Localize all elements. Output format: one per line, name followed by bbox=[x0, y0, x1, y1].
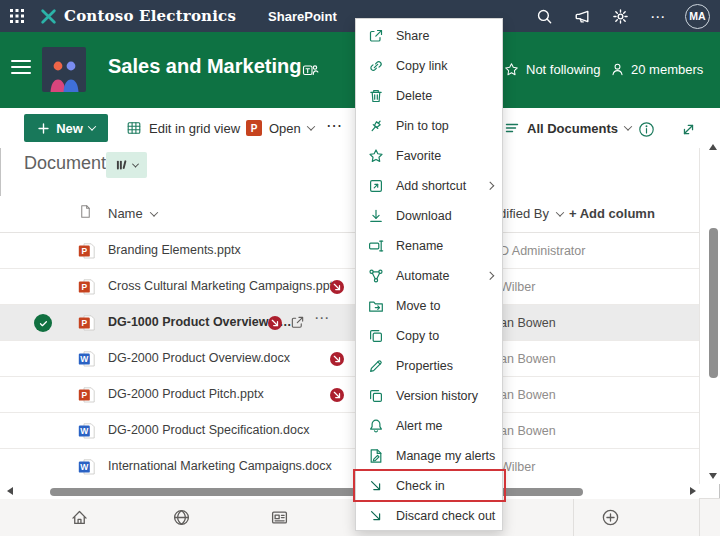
modified-by-cell: Wilber bbox=[500, 460, 535, 474]
expand-icon[interactable] bbox=[680, 116, 697, 142]
menu-item-check-in[interactable]: Check in bbox=[356, 471, 502, 501]
add-column-button[interactable]: + Add column bbox=[569, 206, 655, 221]
selected-check-icon[interactable] bbox=[34, 314, 52, 332]
table-row[interactable]: WDG-2000 Product Specification.docxan Bo… bbox=[0, 413, 699, 449]
rename-icon bbox=[368, 238, 384, 254]
modified-by-cell: Wilber bbox=[500, 280, 535, 294]
hamburger-menu-icon[interactable] bbox=[10, 58, 34, 76]
search-icon[interactable] bbox=[525, 8, 563, 25]
share-icon[interactable] bbox=[290, 315, 305, 330]
product-name[interactable]: SharePoint bbox=[268, 9, 337, 24]
add-tab-icon[interactable] bbox=[601, 508, 620, 527]
menu-item-share[interactable]: Share bbox=[356, 21, 502, 51]
members-button[interactable]: 20 members bbox=[610, 62, 703, 77]
menu-item-favorite[interactable]: Favorite bbox=[356, 141, 502, 171]
site-logo[interactable] bbox=[42, 47, 86, 92]
file-name[interactable]: International Marketing Campaigns.docx bbox=[108, 459, 332, 473]
scroll-down-icon[interactable] bbox=[709, 473, 717, 479]
menu-item-pin-to-top[interactable]: Pin to top bbox=[356, 111, 502, 141]
modified-by-cell: an Bowen bbox=[500, 388, 556, 402]
file-name[interactable]: DG-2000 Product Overview.docx bbox=[108, 351, 290, 365]
file-name[interactable]: DG-2000 Product Specification.docx bbox=[108, 423, 310, 437]
books-icon bbox=[115, 158, 129, 172]
menu-item-label: Manage my alerts bbox=[396, 449, 495, 463]
menu-item-delete[interactable]: Delete bbox=[356, 81, 502, 111]
menu-item-automate[interactable]: Automate bbox=[356, 261, 502, 291]
edit-grid-view-button[interactable]: Edit in grid view bbox=[126, 115, 240, 141]
view-selector[interactable]: All Documents bbox=[504, 115, 631, 141]
scroll-left-icon[interactable] bbox=[7, 487, 13, 495]
toolbar-more-icon[interactable]: ⋯ bbox=[326, 112, 343, 138]
table-row[interactable]: PDG-2000 Product Pitch.pptxan Bowen bbox=[0, 377, 699, 413]
menu-item-label: Alert me bbox=[396, 419, 443, 433]
scroll-up-icon[interactable] bbox=[709, 144, 717, 150]
chevron-right-icon bbox=[485, 272, 493, 280]
site-title[interactable]: Sales and Marketing bbox=[108, 55, 301, 78]
bell-icon bbox=[368, 418, 384, 434]
scroll-right-icon[interactable] bbox=[690, 487, 696, 495]
suite-bar-actions: ⋯ MA bbox=[525, 4, 720, 29]
menu-item-properties[interactable]: Properties bbox=[356, 351, 502, 381]
menu-item-copy-to[interactable]: Copy to bbox=[356, 321, 502, 351]
open-button[interactable]: P Open bbox=[246, 115, 314, 141]
footer-divider bbox=[699, 499, 700, 536]
follow-button[interactable]: Not following bbox=[504, 62, 600, 77]
table-row[interactable]: PBranding Elements.pptxD Administrator bbox=[0, 233, 699, 269]
modified-by-cell: D Administrator bbox=[500, 244, 585, 258]
pptx-file-icon: P bbox=[78, 242, 96, 260]
settings-gear-icon[interactable] bbox=[601, 8, 639, 25]
vertical-scroll-thumb[interactable] bbox=[709, 228, 718, 378]
menu-item-label: Properties bbox=[396, 359, 453, 373]
chevron-down-icon bbox=[624, 122, 632, 130]
table-row[interactable]: WInternational Marketing Campaigns.docxW… bbox=[0, 449, 699, 485]
svg-text:P: P bbox=[81, 282, 87, 292]
news-icon[interactable] bbox=[270, 508, 289, 527]
new-button[interactable]: New bbox=[24, 114, 108, 142]
file-name[interactable]: DG-1000 Product Overview.p… bbox=[108, 315, 292, 329]
menu-item-download[interactable]: Download bbox=[356, 201, 502, 231]
column-header-name[interactable]: Name bbox=[108, 206, 157, 221]
more-icon[interactable]: ⋯ bbox=[314, 309, 330, 327]
context-menu: ShareCopy linkDeletePin to topFavoriteAd… bbox=[355, 18, 503, 531]
file-name[interactable]: DG-2000 Product Pitch.pptx bbox=[108, 387, 264, 401]
link-icon bbox=[368, 58, 384, 74]
history-icon bbox=[368, 388, 384, 404]
vertical-scrollbar[interactable] bbox=[700, 140, 720, 484]
menu-item-move-to[interactable]: Move to bbox=[356, 291, 502, 321]
horizontal-scroll-thumb[interactable] bbox=[50, 488, 583, 496]
menu-item-manage-my-alerts[interactable]: Manage my alerts bbox=[356, 441, 502, 471]
checked-out-icon bbox=[268, 316, 282, 330]
app-launcher-waffle-icon[interactable] bbox=[0, 8, 34, 24]
menu-item-rename[interactable]: Rename bbox=[356, 231, 502, 261]
avatar[interactable]: MA bbox=[685, 4, 710, 29]
horizontal-scrollbar[interactable] bbox=[0, 484, 699, 499]
menu-item-label: Discard check out bbox=[396, 509, 495, 523]
file-name[interactable]: Cross Cultural Marketing Campaigns.pptx bbox=[108, 279, 339, 293]
info-icon[interactable] bbox=[638, 116, 655, 142]
follow-label: Not following bbox=[526, 62, 600, 77]
megaphone-icon[interactable] bbox=[563, 8, 601, 25]
file-name[interactable]: Branding Elements.pptx bbox=[108, 243, 241, 257]
menu-item-label: Rename bbox=[396, 239, 443, 253]
file-type-column-icon[interactable] bbox=[78, 204, 93, 219]
library-view-pill[interactable] bbox=[106, 152, 147, 178]
menu-item-label: Delete bbox=[396, 89, 432, 103]
globe-icon[interactable] bbox=[172, 508, 191, 527]
table-row[interactable]: WDG-2000 Product Overview.docxan Bowen bbox=[0, 341, 699, 377]
menu-item-alert-me[interactable]: Alert me bbox=[356, 411, 502, 441]
star-icon bbox=[504, 62, 519, 77]
table-row[interactable]: PCross Cultural Marketing Campaigns.pptx… bbox=[0, 269, 699, 305]
more-options-icon[interactable]: ⋯ bbox=[639, 9, 677, 24]
menu-item-discard-check-out[interactable]: Discard check out bbox=[356, 501, 502, 531]
table-row[interactable]: PDG-1000 Product Overview.p…⋯an Bowen bbox=[0, 305, 699, 341]
sharepoint-window: Contoso Electronics SharePoint ⋯ MA bbox=[0, 0, 720, 536]
menu-item-add-shortcut[interactable]: Add shortcut bbox=[356, 171, 502, 201]
home-icon[interactable] bbox=[70, 508, 89, 527]
menu-item-copy-link[interactable]: Copy link bbox=[356, 51, 502, 81]
view-lines-icon bbox=[504, 120, 520, 136]
manage-icon bbox=[368, 448, 384, 464]
svg-text:W: W bbox=[80, 462, 89, 472]
contoso-logo-icon bbox=[40, 8, 57, 25]
modified-by-cell: an Bowen bbox=[500, 316, 556, 330]
menu-item-version-history[interactable]: Version history bbox=[356, 381, 502, 411]
